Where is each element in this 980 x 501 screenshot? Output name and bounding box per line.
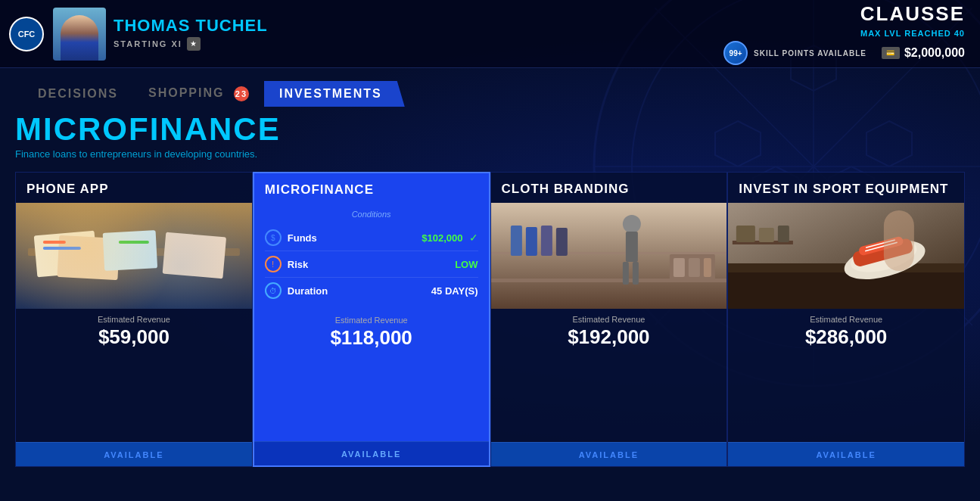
skill-points: 99+ SKILL POINTS AVAILABLE — [723, 41, 866, 65]
svg-rect-40 — [728, 271, 964, 309]
conditions-panel: Conditions $ Funds $102,000 ✓ ! Risk LOW — [254, 204, 489, 310]
revenue-label-1: Estimated Revenue — [26, 315, 241, 324]
condition-funds-name: Funds — [288, 232, 416, 244]
card-cloth-branding[interactable]: CLOTH BRANDING — [490, 172, 728, 467]
manager-role-text: STARTING XI — [114, 39, 182, 48]
svg-rect-14 — [28, 248, 240, 256]
svg-rect-29 — [555, 228, 567, 256]
card-phone-app-revenue: Estimated Revenue $59,000 — [16, 309, 252, 355]
svg-rect-45 — [778, 226, 789, 242]
svg-rect-13 — [16, 203, 252, 309]
manager-info: THOMAS TUCHEL STARTING XI ★ — [114, 17, 268, 50]
content: CFC THOMAS TUCHEL STARTING XI ★ CLAUSSE … — [0, 0, 980, 501]
card-sport-equipment-image — [728, 203, 964, 309]
skill-label: SKILL POINTS AVAILABLE — [754, 49, 866, 58]
card-microfinance-title: MICROFINANCE — [254, 173, 489, 204]
svg-rect-15 — [34, 231, 98, 278]
manager-name: THOMAS TUCHEL — [114, 17, 268, 35]
main: MICROFINANCE Finance loans to entreprene… — [0, 114, 980, 467]
navigation: DECISIONS SHOPPING 23 INVESTMENTS — [0, 68, 980, 114]
nav-decisions[interactable]: DECISIONS — [23, 81, 133, 107]
condition-duration: ⏱ Duration 45 DAY(S) — [265, 278, 478, 303]
section-title: MICROFINANCE — [15, 114, 965, 145]
card-sport-equipment-revenue: Estimated Revenue $286,000 — [728, 309, 964, 355]
revenue-amount-4: $286,000 — [739, 325, 954, 349]
conditions-label: Conditions — [265, 210, 478, 219]
card-microfinance[interactable]: MICROFINANCE Conditions $ Funds $102,000… — [253, 172, 490, 467]
svg-rect-52 — [884, 210, 914, 271]
card-phone-app-available[interactable]: AVAILABLE — [16, 442, 252, 466]
card-phone-app-title: PHONE APP — [16, 173, 252, 203]
condition-risk: ! Risk LOW — [265, 251, 478, 278]
card-phone-app-image — [16, 203, 252, 309]
money-amount: $2,000,000 — [904, 46, 965, 60]
svg-rect-36 — [688, 258, 699, 277]
card-cloth-branding-image — [491, 203, 727, 309]
svg-rect-44 — [759, 228, 774, 242]
revenue-amount-2: $118,000 — [265, 326, 478, 350]
revenue-label-4: Estimated Revenue — [739, 315, 954, 324]
card-cloth-branding-available[interactable]: AVAILABLE — [491, 442, 727, 466]
nav-investments[interactable]: INVESTMENTS — [264, 81, 405, 107]
card-sport-equipment-available[interactable]: AVAILABLE — [728, 442, 964, 466]
svg-rect-35 — [673, 258, 684, 277]
svg-rect-18 — [163, 232, 226, 279]
header-right: CLAUSSE MAX LVL REACHED 40 99+ SKILL POI… — [723, 2, 965, 65]
svg-rect-26 — [510, 226, 521, 256]
stats-row: 99+ SKILL POINTS AVAILABLE 💳 $2,000,000 — [723, 41, 965, 65]
chelsea-badge: CFC — [9, 17, 44, 51]
section-description: Finance loans to entrepreneurs in develo… — [15, 148, 965, 160]
header-left: CFC THOMAS TUCHEL STARTING XI ★ — [8, 8, 268, 61]
svg-point-30 — [622, 215, 640, 233]
card-microfinance-revenue: Estimated Revenue $118,000 — [254, 310, 489, 356]
funds-check-icon: ✓ — [469, 232, 478, 244]
funds-icon: $ — [265, 229, 282, 246]
svg-rect-43 — [736, 226, 755, 242]
revenue-amount-1: $59,000 — [26, 325, 241, 349]
condition-risk-name: Risk — [288, 259, 449, 270]
avatar-silhouette — [61, 15, 98, 61]
svg-rect-17 — [103, 230, 158, 271]
svg-rect-21 — [119, 241, 149, 244]
svg-rect-37 — [703, 258, 711, 277]
card-cloth-branding-title: CLOTH BRANDING — [491, 173, 727, 203]
nav-shopping[interactable]: SHOPPING 23 — [133, 80, 264, 107]
svg-rect-16 — [57, 235, 120, 280]
svg-rect-27 — [525, 227, 537, 256]
cards-grid: PHONE APP — [15, 172, 965, 467]
player-name: CLAUSSE — [860, 2, 965, 26]
revenue-label-2: Estimated Revenue — [265, 316, 478, 325]
money-display: 💳 $2,000,000 — [882, 46, 965, 60]
svg-rect-12 — [16, 203, 252, 309]
manager-avatar — [53, 8, 106, 61]
revenue-label-3: Estimated Revenue — [502, 315, 717, 324]
card-cloth-branding-revenue: Estimated Revenue $192,000 — [491, 309, 727, 355]
shopping-badge: 23 — [234, 86, 249, 101]
svg-rect-31 — [625, 232, 637, 262]
manager-role: STARTING XI ★ — [114, 37, 268, 51]
max-lvl: MAX LVL REACHED 40 — [860, 29, 965, 38]
condition-risk-value: LOW — [455, 259, 478, 270]
condition-duration-name: Duration — [288, 285, 425, 297]
club-logo: CFC — [8, 15, 45, 53]
header: CFC THOMAS TUCHEL STARTING XI ★ CLAUSSE … — [0, 0, 980, 68]
card-sport-equipment[interactable]: INVEST IN SPORT EQUIPMENT — [727, 172, 965, 467]
revenue-amount-3: $192,000 — [502, 325, 717, 349]
svg-rect-33 — [632, 262, 638, 285]
money-icon: 💳 — [882, 47, 900, 59]
skill-badge: 99+ — [723, 41, 748, 65]
svg-rect-20 — [43, 247, 81, 250]
condition-funds-value: $102,000 — [422, 232, 462, 244]
svg-rect-32 — [622, 262, 628, 285]
condition-duration-value: 45 DAY(S) — [431, 285, 478, 297]
svg-rect-19 — [43, 241, 66, 244]
duration-icon: ⏱ — [265, 282, 282, 299]
card-phone-app[interactable]: PHONE APP — [15, 172, 253, 467]
svg-rect-28 — [540, 226, 552, 256]
card-microfinance-available[interactable]: AVAILABLE — [254, 441, 489, 465]
condition-funds: $ Funds $102,000 ✓ — [265, 225, 478, 251]
card-sport-equipment-title: INVEST IN SPORT EQUIPMENT — [728, 173, 964, 203]
risk-icon: ! — [265, 256, 282, 272]
star-badge: ★ — [187, 37, 201, 51]
